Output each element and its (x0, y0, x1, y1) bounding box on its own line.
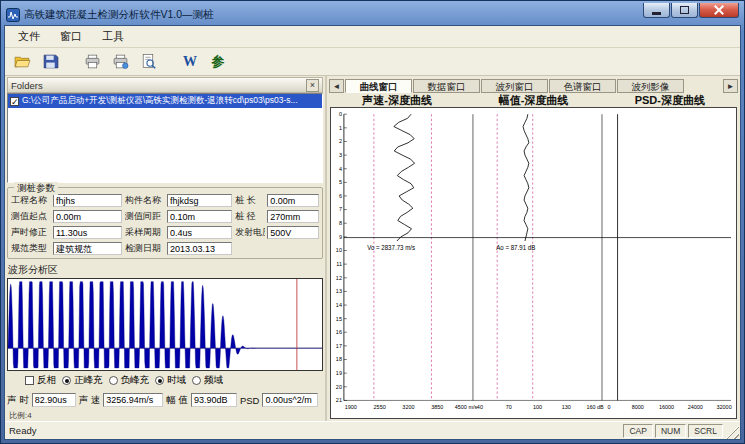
menu-tools[interactable]: 工具 (93, 27, 133, 46)
minimize-icon (652, 12, 661, 15)
param-field-date[interactable]: 2013.03.13 (167, 242, 232, 255)
depth-charts-canvas: 0123456789101112131415161718192021190025… (331, 108, 736, 418)
sound-speed-value: 3256.94m/s (103, 393, 163, 407)
title-bar[interactable]: 高铁建筑混凝土检测分析软件V1.0—测桩 (4, 4, 741, 25)
menu-bar: 文件 窗口 工具 (5, 26, 740, 48)
svg-text:20: 20 (336, 384, 342, 390)
svg-text:21: 21 (336, 397, 342, 403)
svg-text:12: 12 (336, 275, 342, 281)
param-field-component[interactable]: fhjkdsg (167, 194, 232, 207)
param-label-sample-period: 采样周期 (125, 226, 165, 239)
param-label-date: 检测日期 (125, 242, 165, 255)
svg-text:7: 7 (339, 206, 342, 212)
svg-text:9: 9 (339, 234, 342, 240)
svg-text:Ao = 87.91 dB: Ao = 87.91 dB (496, 244, 535, 251)
radio-icon (192, 376, 201, 385)
print-button[interactable] (80, 51, 104, 73)
folders-title: Folders (11, 80, 306, 91)
svg-text:18: 18 (336, 356, 342, 362)
minimize-button[interactable] (643, 3, 670, 18)
svg-text:70: 70 (506, 404, 512, 410)
folders-panel: Folders × G:\公司产品启动+开发\测桩仪器\高铁实测检测数-退浪转c… (5, 76, 327, 421)
amplitude-label: 幅 值 (166, 394, 188, 407)
resize-grip[interactable] (725, 425, 739, 439)
folder-item[interactable]: G:\公司产品启动+开发\测桩仪器\高铁实测检测数-退浪转cd\ps03\ps0… (8, 94, 322, 108)
close-icon (714, 5, 724, 15)
status-key-num: NUM (655, 424, 686, 438)
chart-panel: ◄ 曲线窗口 数据窗口 波列窗口 色谱窗口 波列影像 ► 声速-深度曲线 幅值-… (327, 76, 740, 421)
word-icon: W (183, 54, 197, 70)
print-icon (84, 53, 101, 70)
svg-text:8000: 8000 (632, 404, 644, 410)
status-key-cap: CAP (623, 424, 652, 438)
tab-wavetrain-image[interactable]: 波列影像 (617, 79, 684, 93)
svg-text:14: 14 (336, 302, 342, 308)
chart-title-psd: PSD-深度曲线 (602, 93, 738, 107)
amplitude-value: 93.90dB (191, 393, 237, 407)
waveform-section-label: 波形分析区 (8, 263, 323, 277)
param-field-standard[interactable]: 建筑规范 (53, 242, 122, 255)
svg-text:3850: 3850 (431, 404, 443, 410)
param-field-spacing[interactable]: 0.10m (167, 210, 232, 223)
param-settings-button[interactable]: 参 (206, 51, 230, 73)
chart-title-velocity: 声速-深度曲线 (329, 93, 465, 107)
svg-text:32000: 32000 (717, 404, 732, 410)
tab-scroll-left-button[interactable]: ◄ (329, 79, 344, 93)
radio-negative-fill[interactable]: 负峰充 (109, 374, 150, 387)
tab-curve-window[interactable]: 曲线窗口 (345, 79, 412, 93)
param-field-project[interactable]: fhjhs (53, 194, 122, 207)
print-setup-button[interactable] (108, 51, 132, 73)
param-field-start[interactable]: 0.00m (53, 210, 122, 223)
status-key-scrl: SCRL (688, 424, 723, 438)
folder-item-checkbox[interactable] (10, 97, 19, 106)
radio-icon (109, 376, 118, 385)
svg-text:19: 19 (336, 370, 342, 376)
tab-scroll-right-button[interactable]: ► (723, 79, 738, 93)
menu-file[interactable]: 文件 (9, 27, 49, 46)
folders-header: Folders × (7, 77, 323, 93)
psd-value: 0.00us^2/m (262, 393, 318, 407)
radio-positive-fill[interactable]: 正峰充 (62, 374, 103, 387)
param-field-pile-length[interactable]: 0.00m (267, 194, 319, 207)
waveform-controls: 反相 正峰充 负峰充 时域 频域 (7, 373, 323, 388)
tab-wavetrain-window[interactable]: 波列窗口 (481, 79, 548, 93)
svg-text:Vo = 2837.73 m/s: Vo = 2837.73 m/s (367, 244, 415, 251)
maximize-button[interactable] (671, 3, 698, 18)
save-button[interactable] (38, 51, 62, 73)
radio-freq-domain[interactable]: 频域 (192, 374, 223, 387)
chart-titles-row: 声速-深度曲线 幅值-深度曲线 PSD-深度曲线 (329, 93, 738, 107)
folders-list[interactable]: G:\公司产品启动+开发\测桩仪器\高铁实测检测数-退浪转cd\ps03\ps0… (7, 93, 323, 183)
panel-close-button[interactable]: × (306, 79, 319, 92)
open-folder-button[interactable] (10, 51, 34, 73)
invert-checkbox[interactable]: 反相 (25, 374, 56, 387)
param-field-voltage[interactable]: 500V (267, 226, 319, 239)
param-field-time-correction[interactable]: 11.30us (53, 226, 122, 239)
pile-params-title: 测桩参数 (14, 182, 58, 195)
svg-text:8: 8 (339, 220, 342, 226)
close-button[interactable] (699, 3, 739, 18)
print-setup-icon (112, 53, 129, 70)
pile-params-group: 测桩参数 工程名称fhjhs 构件名称fhjkdsg 桩 长0.00m 测值起点… (7, 187, 323, 259)
param-label-time-correction: 声时修正 (11, 226, 51, 239)
svg-text:16: 16 (336, 329, 342, 335)
radio-icon (62, 376, 71, 385)
toolbar: W 参 (5, 48, 740, 76)
svg-text:3200: 3200 (402, 404, 414, 410)
param-field-diameter[interactable]: 270mm (267, 210, 319, 223)
radio-time-domain[interactable]: 时域 (155, 374, 186, 387)
waveform-area[interactable] (7, 278, 323, 371)
word-export-button[interactable]: W (178, 51, 202, 73)
sound-speed-label: 声 速 (79, 394, 101, 407)
svg-text:15: 15 (336, 315, 342, 321)
param-label-standard: 规范类型 (11, 242, 51, 255)
print-preview-button[interactable] (136, 51, 160, 73)
svg-text:4: 4 (339, 166, 342, 172)
menu-window[interactable]: 窗口 (51, 27, 91, 46)
waveform-canvas[interactable] (8, 279, 322, 370)
param-field-sample-period[interactable]: 0.4us (167, 226, 232, 239)
svg-text:2550: 2550 (374, 404, 386, 410)
tab-data-window[interactable]: 数据窗口 (413, 79, 480, 93)
svg-text:1900: 1900 (345, 404, 357, 410)
svg-text:16000: 16000 (659, 404, 674, 410)
tab-spectrum-window[interactable]: 色谱窗口 (549, 79, 616, 93)
